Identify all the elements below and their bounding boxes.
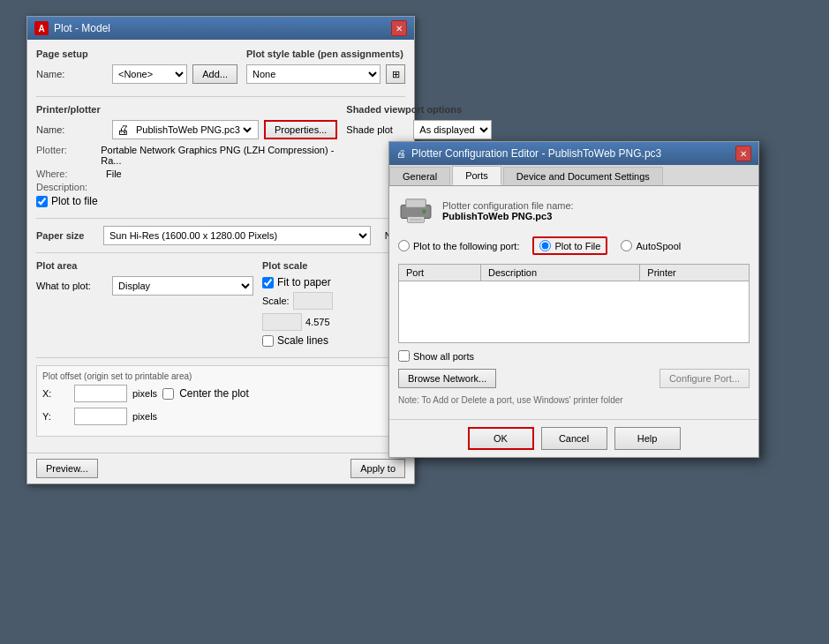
properties-button[interactable]: Properties... xyxy=(264,120,337,139)
center-plot-checkbox[interactable] xyxy=(162,388,174,400)
plotter-label: Plotter: xyxy=(36,145,97,166)
show-all-ports-checkbox[interactable] xyxy=(398,350,410,362)
where-info-row: Where: File xyxy=(36,168,337,179)
ok-button[interactable]: OK xyxy=(468,427,534,450)
paper-size-select[interactable]: Sun Hi-Res (1600.00 x 1280.00 Pixels) xyxy=(103,226,371,245)
plotter-info-row: Plotter: Portable Network Graphics PNG (… xyxy=(36,145,337,166)
plotter-value: Portable Network Graphics PNG (LZH Compr… xyxy=(101,145,337,166)
where-value: File xyxy=(106,168,122,179)
ports-note: Note: To Add or Delete a port, use Windo… xyxy=(398,395,750,405)
x-label: X: xyxy=(42,388,69,399)
page-setup-name-select[interactable]: <None> xyxy=(112,64,187,84)
fit-to-paper-checkbox[interactable] xyxy=(262,277,274,288)
app-icon: A xyxy=(34,21,49,35)
center-plot-label: Center the plot xyxy=(179,387,249,400)
y-unit: pixels xyxy=(132,411,157,422)
help-button[interactable]: Help xyxy=(614,427,681,450)
scale-input[interactable]: Custom xyxy=(293,292,333,310)
svg-rect-3 xyxy=(409,218,422,221)
plot-style-table-panel: Plot style table (pen assignments) None … xyxy=(246,49,405,89)
top-panels: Page setup Name: <None> Add... Plot styl… xyxy=(36,49,405,89)
tab-ports[interactable]: Ports xyxy=(452,166,501,185)
svg-rect-1 xyxy=(406,198,426,206)
scale-label: Scale: xyxy=(262,296,290,306)
printer-panel: Printer/plotter Name: 🖨 PublishToWeb PNG… xyxy=(36,104,337,211)
page-setup-name-row: Name: <None> Add... xyxy=(36,64,237,84)
pce-tabs-bar: General Ports Device and Document Settin… xyxy=(389,165,758,186)
pce-titlebar-left: 🖨 Plotter Configuration Editor - Publish… xyxy=(396,147,661,160)
fit-to-paper-label: Fit to paper xyxy=(277,276,331,288)
tab-device-doc-settings[interactable]: Device and Document Settings xyxy=(503,167,663,185)
tab-general[interactable]: General xyxy=(389,167,450,185)
plot-to-file-checkbox[interactable] xyxy=(36,196,48,207)
plot-scale-label: Plot scale xyxy=(262,260,405,271)
what-to-plot-select[interactable]: Display xyxy=(112,276,253,296)
scale-value2: 4.575 xyxy=(305,317,330,327)
shade-plot-select[interactable]: As displayed xyxy=(413,120,492,139)
offset-xy-row: X: -13 pixels Center the plot xyxy=(42,385,399,402)
y-input[interactable]: 11 xyxy=(74,408,127,425)
plot-area-label: Plot area xyxy=(36,260,253,271)
plot-style-row: None ⊞ xyxy=(246,64,405,84)
scale-lines-label: Scale lines xyxy=(277,334,328,347)
scale-lines-checkbox[interactable] xyxy=(262,335,274,347)
port-radio-1[interactable] xyxy=(398,240,410,251)
printer-name-select-container: 🖨 PublishToWeb PNG.pc3 xyxy=(112,120,259,139)
cancel-button[interactable]: Cancel xyxy=(541,427,607,450)
svg-point-4 xyxy=(422,209,426,213)
printer-name-select[interactable]: PublishToWeb PNG.pc3 xyxy=(132,124,254,136)
port-option-2: Plot to File xyxy=(532,236,607,255)
titlebar-left: A Plot - Model xyxy=(34,21,110,35)
pce-close-button[interactable]: ✕ xyxy=(735,146,751,161)
plot-style-select[interactable]: None xyxy=(246,64,381,84)
paper-size-label: Paper size xyxy=(36,230,98,241)
port-radio-3[interactable] xyxy=(621,240,632,251)
y-row: Y: 11 pixels xyxy=(42,408,399,425)
paper-size-row: Paper size Sun Hi-Res (1600.00 x 1280.00… xyxy=(36,226,405,245)
x-input[interactable]: -13 xyxy=(74,385,127,402)
add-button[interactable]: Add... xyxy=(192,64,237,84)
port-options-row: Plot to the following port: Plot to File… xyxy=(398,236,750,255)
page-setup-label: Page setup xyxy=(36,49,237,59)
desc-label: Description: xyxy=(36,182,102,192)
plot-dialog-content: Page setup Name: <None> Add... Plot styl… xyxy=(27,40,414,453)
port-option-1: Plot to the following port: xyxy=(398,240,519,251)
plot-style-label: Plot style table (pen assignments) xyxy=(246,49,405,59)
plot-offset-section: Plot offset (origin set to printable are… xyxy=(36,365,405,437)
plot-to-file-row: Plot to file xyxy=(36,195,337,207)
printer-name-row: Name: 🖨 PublishToWeb PNG.pc3 Properties.… xyxy=(36,120,337,139)
browse-network-button[interactable]: Browse Network... xyxy=(398,369,496,388)
printer-name-label: Name: xyxy=(36,124,107,135)
fit-to-paper-row: Fit to paper xyxy=(262,276,405,288)
plot-area-panel: Plot area What to plot: Display xyxy=(36,260,253,350)
apply-to-button[interactable]: Apply to xyxy=(350,459,405,478)
plot-dialog-footer: Preview... Apply to xyxy=(27,453,414,483)
scale-lines-row: Scale lines xyxy=(262,334,405,347)
pce-file-label: Plotter configuration file name: xyxy=(442,200,574,211)
pce-title: Plotter Configuration Editor - PublishTo… xyxy=(411,147,661,160)
pce-file-name: PublishToWeb PNG.pc3 xyxy=(442,211,574,221)
scale-row: Scale: Custom xyxy=(262,292,405,310)
printer-icon: 🖨 xyxy=(117,123,129,137)
plot-to-file-label: Plot to file xyxy=(51,195,98,207)
printer-section-label: Printer/plotter xyxy=(36,104,337,115)
pce-footer: OK Cancel Help xyxy=(389,419,758,457)
page-setup-panel: Page setup Name: <None> Add... xyxy=(36,49,237,89)
where-label: Where: xyxy=(36,168,102,179)
shaded-viewport-label: Shaded viewport options xyxy=(346,104,492,115)
plot-dialog-titlebar: A Plot - Model ✕ xyxy=(27,17,414,40)
plot-dialog-close-button[interactable]: ✕ xyxy=(391,20,407,36)
port-radio-2[interactable] xyxy=(539,240,551,251)
plot-dialog: A Plot - Model ✕ Page setup Name: <None>… xyxy=(26,16,415,484)
name-label: Name: xyxy=(36,69,107,79)
configure-port-button[interactable]: Configure Port... xyxy=(659,369,750,388)
area-scale-panels: Plot area What to plot: Display Plot sca… xyxy=(36,260,405,350)
pce-icon: 🖨 xyxy=(396,148,406,159)
scale-value1-input[interactable]: 1 xyxy=(262,313,302,331)
preview-button[interactable]: Preview... xyxy=(36,459,98,478)
plot-style-extra-button[interactable]: ⊞ xyxy=(386,64,405,84)
plot-scale-panel: Plot scale Fit to paper Scale: Custom 1 … xyxy=(262,260,405,350)
ports-col-description: Description xyxy=(481,265,640,281)
ports-col-printer: Printer xyxy=(640,265,750,281)
ports-buttons-row: Browse Network... Configure Port... xyxy=(398,369,750,388)
